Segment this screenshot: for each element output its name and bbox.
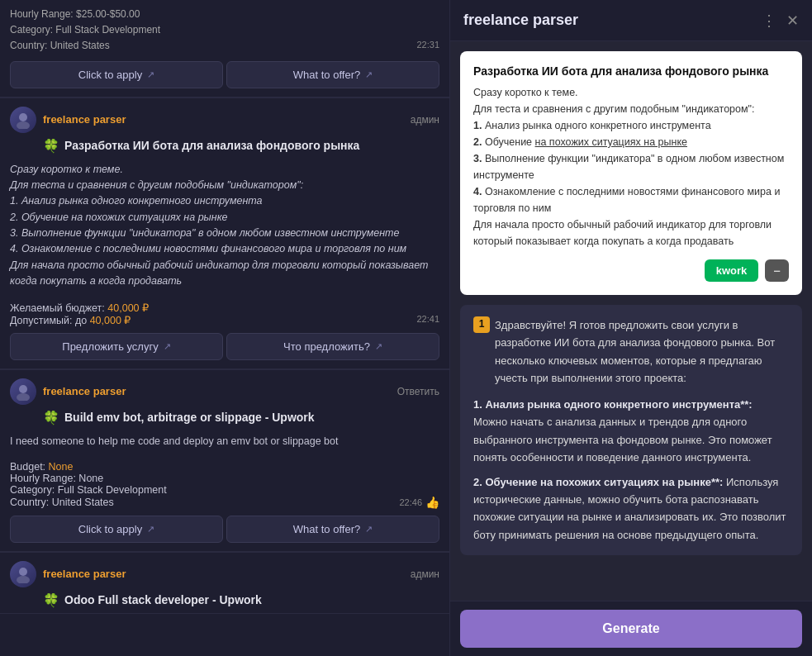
card-emv: freelance parser Ответить 🍀 Build emv bo… <box>0 370 449 552</box>
emv-category: Category: Full Stack Development <box>10 484 167 496</box>
right-panel-title: freelance parser <box>463 12 578 29</box>
top-offer-label: What to offer? <box>293 69 360 81</box>
right-header-icons: ⋮ ✕ <box>762 13 799 28</box>
job-detail-body: Сразу коротко к теме. Для теста и сравне… <box>473 84 789 250</box>
generate-bar: Generate <box>450 601 812 656</box>
emv-offer-button[interactable]: What to offer? ↗ <box>226 516 439 543</box>
ai-response-intro: 1 Здравствуйте! Я готов предложить свои … <box>473 316 789 387</box>
left-panel: Hourly Range: $25.00-$50.00 Category: Fu… <box>0 0 450 656</box>
card-ru-body: Сразу коротко к теме. Для теста и сравне… <box>0 159 449 297</box>
top-card-actions: Click to apply ↗ What to offer? ↗ <box>10 55 439 97</box>
generate-button[interactable]: Generate <box>460 610 802 648</box>
svg-point-3 <box>17 393 30 401</box>
allowable-value: 40,000 ₽ <box>90 315 131 326</box>
emv-hourly: Hourly Range: None <box>10 473 103 484</box>
ru-apply-arrow-icon: ↗ <box>164 341 171 352</box>
emv-country: Country: United States <box>10 497 114 508</box>
card-ru-footer: Желаемый бюджет: 40,000 ₽ Допустимый: до… <box>0 297 449 333</box>
emv-footer-row: Country: United States 22:46 👍 <box>10 496 439 509</box>
card-emv-timestamp: 22:46 <box>399 497 422 507</box>
ai-badge: 1 <box>473 316 490 333</box>
ru-offer-arrow-icon: ↗ <box>375 341 382 352</box>
card-ru: freelance parser админ 🍀 Разработка ИИ б… <box>0 98 449 369</box>
job-detail-title: Разработка ИИ бота для анализа фондового… <box>473 64 789 78</box>
top-offer-button[interactable]: What to offer? ↗ <box>226 61 439 88</box>
top-apply-label: Click to apply <box>78 69 142 81</box>
card-odoo-badge: админ <box>411 568 439 580</box>
card-ru-timestamp: 22:41 <box>416 314 439 324</box>
job-detail-footer: kwork − <box>473 259 789 282</box>
avatar-img-3 <box>10 561 36 587</box>
meta-country: Country: United States <box>10 40 110 51</box>
right-panel: freelance parser ⋮ ✕ Разработка ИИ бота … <box>450 0 812 656</box>
emv-apply-label: Click to apply <box>78 523 142 535</box>
budget-label: Желаемый бюджет: <box>10 302 105 314</box>
card-emv-title-text: Build emv bot, arbitrage or slippage - U… <box>64 411 315 424</box>
kwork-button[interactable]: kwork <box>705 259 759 282</box>
card-odoo-title-text: Odoo Full stack developer - Upwork <box>64 593 262 606</box>
thumb-up-icon: 👍 <box>425 496 439 509</box>
avatar-img <box>10 107 36 133</box>
card-odoo-header: freelance parser админ <box>0 553 449 591</box>
emv-offer-arrow-icon: ↗ <box>365 524 373 535</box>
card-ru-header: freelance parser админ <box>0 98 449 136</box>
emv-offer-label: What to offer? <box>293 523 360 535</box>
emv-apply-button[interactable]: Click to apply ↗ <box>10 516 223 543</box>
ai-point-2: 2. Обучение на похожих ситуациях на рынк… <box>473 473 789 544</box>
top-card: Hourly Range: $25.00-$50.00 Category: Fu… <box>0 0 449 97</box>
ru-offer-label: Что предложить? <box>283 340 370 353</box>
svg-point-2 <box>19 385 27 393</box>
ru-apply-button[interactable]: Предложить услугу ↗ <box>10 333 223 360</box>
minus-button[interactable]: − <box>765 259 789 282</box>
svg-point-4 <box>19 568 27 576</box>
card-ru-badge: админ <box>411 114 439 126</box>
job-detail-card: Разработка ИИ бота для анализа фондового… <box>460 51 802 295</box>
avatar-img-2 <box>10 378 36 405</box>
card-odoo-title: 🍀 Odoo Full stack developer - Upwork <box>0 591 449 613</box>
card-emv-badge: Ответить <box>397 386 439 397</box>
ru-offer-button[interactable]: Что предложить? ↗ <box>226 333 439 360</box>
card-ru-sender: freelance parser <box>43 113 126 126</box>
budget-value: 40,000 ₽ <box>107 302 149 314</box>
card-emv-actions: Click to apply ↗ What to offer? ↗ <box>0 516 449 551</box>
meta-category: Category: Full Stack Development <box>10 24 160 36</box>
top-card-timestamp: 22:31 <box>416 38 439 53</box>
card-ru-avatar <box>10 107 36 133</box>
card-emv-header: freelance parser Ответить <box>0 370 449 408</box>
menu-icon[interactable]: ⋮ <box>762 13 776 28</box>
card-emv-avatar <box>10 378 36 405</box>
card-ru-title: 🍀 Разработка ИИ бота для анализа фондово… <box>0 136 449 159</box>
card-ru-flower-icon: 🍀 <box>43 138 59 154</box>
ai-point-1: 1. Анализ рынка одного конкретного инстр… <box>473 396 789 467</box>
card-emv-flower-icon: 🍀 <box>43 410 59 425</box>
right-content: Разработка ИИ бота для анализа фондового… <box>450 41 812 601</box>
svg-point-0 <box>19 113 27 121</box>
card-odoo: freelance parser админ 🍀 Odoo Full stack… <box>0 553 449 614</box>
card-ru-actions: Предложить услугу ↗ Что предложить? ↗ <box>0 333 449 368</box>
ai-response-card: 1 Здравствуйте! Я готов предложить свои … <box>460 305 802 555</box>
emv-apply-arrow-icon: ↗ <box>147 524 154 535</box>
emv-budget: Budget: None <box>10 461 73 473</box>
meta-hourly: Hourly Range: $25.00-$50.00 <box>10 8 140 20</box>
allowable-label: Допустимый: до <box>10 315 87 326</box>
card-odoo-flower-icon: 🍀 <box>43 592 59 608</box>
card-odoo-avatar <box>10 561 36 587</box>
right-header: freelance parser ⋮ ✕ <box>450 0 812 41</box>
card-emv-body: I need someone to help me code and deplo… <box>0 430 449 456</box>
top-card-meta: Hourly Range: $25.00-$50.00 Category: Fu… <box>10 7 439 55</box>
card-ru-title-text: Разработка ИИ бота для анализа фондового… <box>64 139 359 152</box>
ai-response-intro-text: Здравствуйте! Я готов предложить свои ус… <box>495 316 789 387</box>
card-odoo-sender: freelance parser <box>43 568 126 580</box>
svg-point-5 <box>17 576 30 583</box>
close-icon[interactable]: ✕ <box>786 13 799 28</box>
card-emv-title: 🍀 Build emv bot, arbitrage or slippage -… <box>0 408 449 430</box>
card-emv-footer: Budget: None Hourly Range: None Category… <box>0 456 449 516</box>
offer-arrow-icon: ↗ <box>365 69 373 80</box>
card-emv-sender: freelance parser <box>43 385 126 397</box>
ai-response-points: 1. Анализ рынка одного конкретного инстр… <box>473 396 789 544</box>
ru-apply-label: Предложить услугу <box>62 340 158 353</box>
svg-point-1 <box>17 121 30 129</box>
apply-arrow-icon: ↗ <box>147 69 154 80</box>
top-apply-button[interactable]: Click to apply ↗ <box>10 61 223 88</box>
